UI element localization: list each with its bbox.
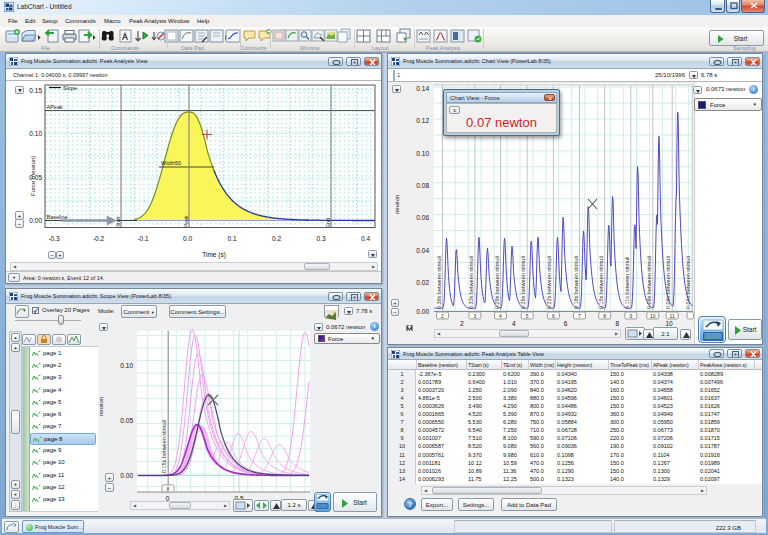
- svg-text:0.29s between stimuli: 0.29s between stimuli: [494, 256, 500, 309]
- svg-text:0.08s between stimuli: 0.08s between stimuli: [646, 256, 652, 309]
- svg-text:0.0: 0.0: [183, 235, 192, 242]
- svg-text:0.22s between stimuli: 0.22s between stimuli: [546, 256, 552, 309]
- svg-text:Slope: Slope: [63, 85, 77, 91]
- svg-text:0.14: 0.14: [416, 85, 429, 92]
- svg-text:0.4: 0.4: [361, 235, 370, 242]
- svg-text:0.00: 0.00: [416, 308, 429, 315]
- svg-text:2: 2: [441, 313, 444, 319]
- svg-text:APeak: APeak: [47, 104, 63, 110]
- svg-text:0.12: 0.12: [416, 117, 429, 124]
- svg-text:0.15s between stimuli: 0.15s between stimuli: [161, 420, 167, 473]
- svg-text:-0.2: -0.2: [93, 235, 105, 242]
- svg-text:Baseline: Baseline: [47, 214, 68, 220]
- svg-text:7: 7: [578, 313, 581, 319]
- svg-text:8: 8: [603, 313, 606, 319]
- svg-text:4: 4: [499, 313, 502, 319]
- svg-text:8: 8: [615, 320, 619, 327]
- svg-text:11: 11: [670, 313, 675, 319]
- svg-text:Start: Start: [115, 216, 121, 227]
- svg-text:Peak: Peak: [183, 215, 189, 227]
- svg-text:6: 6: [564, 320, 568, 327]
- svg-text:6: 6: [552, 313, 555, 319]
- svg-text:0.33s between stimuli: 0.33s between stimuli: [468, 256, 474, 309]
- svg-text:-0.3: -0.3: [48, 235, 60, 242]
- svg-text:0.26s between stimuli: 0.26s between stimuli: [520, 256, 526, 309]
- svg-text:0.06s between stimuli: 0.06s between stimuli: [665, 256, 671, 309]
- svg-text:0.10: 0.10: [120, 362, 133, 369]
- svg-text:0.3: 0.3: [316, 235, 325, 242]
- svg-text:0.10: 0.10: [29, 130, 42, 137]
- svg-text:0.05: 0.05: [120, 417, 133, 424]
- svg-text:0.11s between stimuli: 0.11s between stimuli: [624, 257, 630, 309]
- svg-text:5: 5: [526, 313, 529, 319]
- svg-text:10: 10: [650, 313, 656, 319]
- svg-text:0.00: 0.00: [120, 472, 133, 479]
- svg-text:0.04s between stimuli: 0.04s between stimuli: [685, 256, 691, 309]
- svg-text:newton: newton: [394, 195, 400, 214]
- svg-text:0.06: 0.06: [416, 214, 429, 221]
- svg-text:0.1: 0.1: [227, 235, 236, 242]
- svg-text:newton: newton: [98, 397, 104, 416]
- svg-text:Force (newton): Force (newton): [30, 156, 36, 196]
- svg-text:10: 10: [665, 320, 673, 327]
- svg-text:0.2: 0.2: [272, 235, 281, 242]
- svg-text:-0.1: -0.1: [137, 235, 149, 242]
- svg-text:3: 3: [474, 313, 477, 319]
- svg-text:4: 4: [512, 320, 516, 327]
- svg-text:0.02: 0.02: [416, 279, 429, 286]
- svg-text:0.15: 0.15: [29, 87, 42, 94]
- svg-text:2: 2: [460, 320, 464, 327]
- svg-text:Width50: Width50: [161, 160, 181, 166]
- svg-text:0.38s between stimuli: 0.38s between stimuli: [436, 256, 442, 309]
- svg-text:0.18s between stimuli: 0.18s between stimuli: [573, 256, 579, 309]
- svg-text:9: 9: [629, 313, 632, 319]
- svg-text:0.10: 0.10: [416, 150, 429, 157]
- svg-text:0.08: 0.08: [416, 182, 429, 189]
- svg-text:End: End: [325, 218, 331, 227]
- svg-text:8: 8: [167, 486, 170, 492]
- svg-text:Time (s): Time (s): [202, 251, 226, 259]
- svg-text:0.15s between stimuli: 0.15s between stimuli: [598, 256, 604, 309]
- svg-text:0.00: 0.00: [29, 217, 42, 224]
- svg-text:0.04: 0.04: [416, 247, 429, 254]
